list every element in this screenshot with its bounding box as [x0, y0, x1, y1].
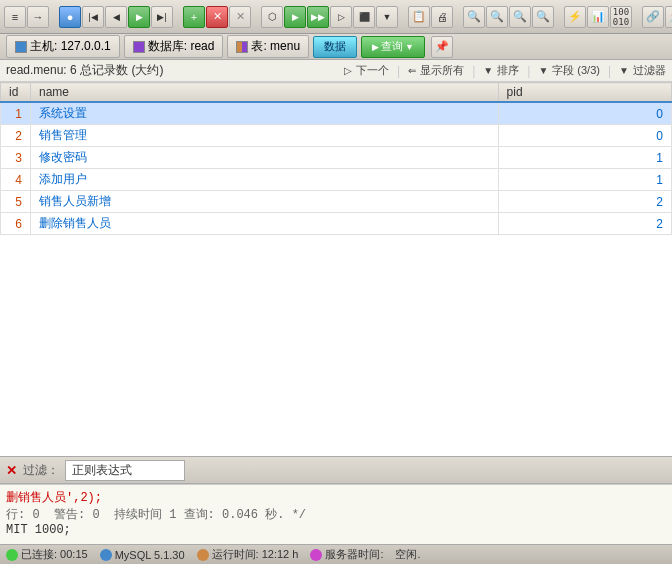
mysql-label: MySQL 5.1.30: [115, 549, 185, 561]
last-btn[interactable]: ▶|: [151, 6, 173, 28]
sql-area[interactable]: 删销售人员',2); 行: 0 警告: 0 持续时间 1 查询: 0.046 秒…: [0, 484, 672, 544]
query-caret-icon: ▼: [405, 42, 414, 52]
nav-fields-arrow: ▼: [538, 65, 548, 76]
sql-line-3: MIT 1000;: [6, 523, 666, 537]
search3-btn[interactable]: 🔍: [509, 6, 531, 28]
table-row[interactable]: 4添加用户1: [1, 169, 672, 191]
cell-id: 4: [1, 169, 31, 191]
print-btn[interactable]: 🖨: [431, 6, 453, 28]
copy-btn[interactable]: 📋: [408, 6, 430, 28]
connect-btn[interactable]: ●: [59, 6, 81, 28]
stop-btn[interactable]: ⬛: [353, 6, 375, 28]
cell-name: 销售人员新增: [31, 191, 499, 213]
nav-sort-arrow: ▼: [483, 65, 493, 76]
chart-btn[interactable]: 📊: [587, 6, 609, 28]
cell-pid: 2: [498, 191, 671, 213]
pin-btn[interactable]: 📌: [665, 6, 672, 28]
sql-line-1: 删销售人员',2);: [6, 489, 666, 506]
close-btn[interactable]: ✕: [229, 6, 251, 28]
data-table: id name pid 1系统设置02销售管理03修改密码14添加用户15销售人…: [0, 82, 672, 235]
playoutline-btn[interactable]: ▷: [330, 6, 352, 28]
cell-pid: 1: [498, 147, 671, 169]
breadcrumb-bar: 主机: 127.0.0.1 数据库: read 表: menu 数据 ▶ 查询 …: [0, 34, 672, 60]
first-btn[interactable]: |◀: [82, 6, 104, 28]
info-bar: read.menu: 6 总记录数 (大约) ▷ 下一个 | ⇐ 显示所有 | …: [0, 60, 672, 82]
cell-id: 5: [1, 191, 31, 213]
filter-value[interactable]: 正则表达式: [65, 460, 185, 481]
data-button[interactable]: 数据: [313, 36, 357, 58]
memory-label: 空闲.: [395, 547, 420, 562]
prev-btn[interactable]: ◀: [105, 6, 127, 28]
breadcrumb-host[interactable]: 主机: 127.0.0.1: [6, 35, 120, 58]
nav-showall-btn[interactable]: 显示所有: [420, 63, 464, 78]
status-bar: 已连接: 00:15 MySQL 5.1.30 运行时间: 12:12 h 服务…: [0, 544, 672, 564]
next-btn[interactable]: ▶: [128, 6, 150, 28]
table-icon: [236, 41, 248, 53]
cell-pid: 1: [498, 169, 671, 191]
host-label: 主机: 127.0.0.1: [30, 38, 111, 55]
db-label: 数据库: read: [148, 38, 215, 55]
fastplay-btn[interactable]: ▶▶: [307, 6, 329, 28]
table-row[interactable]: 5销售人员新增2: [1, 191, 672, 213]
cell-id: 1: [1, 102, 31, 125]
col-header-name[interactable]: name: [31, 83, 499, 103]
cell-name: 添加用户: [31, 169, 499, 191]
sql-line-2: 行: 0 警告: 0 持续时间 1 查询: 0.046 秒. */: [6, 506, 666, 523]
cell-pid: 0: [498, 102, 671, 125]
cell-name: 修改密码: [31, 147, 499, 169]
binary-btn[interactable]: 100010: [610, 6, 632, 28]
search4-btn[interactable]: 🔍: [532, 6, 554, 28]
cell-id: 2: [1, 125, 31, 147]
nav-sort-btn[interactable]: 排序: [497, 63, 519, 78]
runtime-label: 运行时间: 12:12 h: [212, 547, 299, 562]
lightning-btn[interactable]: ⚡: [564, 6, 586, 28]
col-header-id[interactable]: id: [1, 83, 31, 103]
content-wrapper: id name pid 1系统设置02销售管理03修改密码14添加用户15销售人…: [0, 82, 672, 564]
cell-pid: 2: [498, 213, 671, 235]
dropdown-btn[interactable]: ▼: [376, 6, 398, 28]
breadcrumb-table[interactable]: 表: menu: [227, 35, 309, 58]
filter-close-btn[interactable]: ✕: [6, 463, 17, 478]
query-play-icon: ▶: [372, 42, 379, 52]
table-area[interactable]: id name pid 1系统设置02销售管理03修改密码14添加用户15销售人…: [0, 82, 672, 456]
nav-filter-arrow: ▼: [619, 65, 629, 76]
status-mysql: MySQL 5.1.30: [100, 549, 185, 561]
data-label: 数据: [324, 39, 346, 54]
delete-btn[interactable]: ✕: [206, 6, 228, 28]
server-icon: [310, 549, 322, 561]
col-header-pid[interactable]: pid: [498, 83, 671, 103]
table-row[interactable]: 1系统设置0: [1, 102, 672, 125]
cell-id: 6: [1, 213, 31, 235]
query-button[interactable]: ▶ 查询 ▼: [361, 36, 425, 58]
search2-btn[interactable]: 🔍: [486, 6, 508, 28]
table-row[interactable]: 6删除销售人员2: [1, 213, 672, 235]
menu-btn[interactable]: ≡: [4, 6, 26, 28]
query-label: 查询: [381, 39, 403, 54]
arrow-btn[interactable]: →: [27, 6, 49, 28]
cell-pid: 0: [498, 125, 671, 147]
runtime-icon: [197, 549, 209, 561]
play-btn[interactable]: ▶: [284, 6, 306, 28]
filter-label: 过滤：: [23, 462, 59, 479]
hexagon-btn[interactable]: ⬡: [261, 6, 283, 28]
link-btn[interactable]: 🔗: [642, 6, 664, 28]
status-server: 服务器时间:: [310, 547, 383, 562]
nav-fields-btn[interactable]: 字段 (3/3): [552, 63, 600, 78]
add-btn[interactable]: +: [183, 6, 205, 28]
nav-filter-btn[interactable]: 过滤器: [633, 63, 666, 78]
extra-btn[interactable]: 📌: [431, 36, 453, 58]
search1-btn[interactable]: 🔍: [463, 6, 485, 28]
nav-next-btn[interactable]: 下一个: [356, 63, 389, 78]
db-icon: [133, 41, 145, 53]
table-row[interactable]: 3修改密码1: [1, 147, 672, 169]
cell-id: 3: [1, 147, 31, 169]
filter-bar: ✕ 过滤： 正则表达式: [0, 456, 672, 484]
cell-name: 系统设置: [31, 102, 499, 125]
mysql-icon: [100, 549, 112, 561]
nav-next-arrow: ▷: [344, 65, 352, 76]
table-row[interactable]: 2销售管理0: [1, 125, 672, 147]
server-label: 服务器时间:: [325, 547, 383, 562]
breadcrumb-db[interactable]: 数据库: read: [124, 35, 224, 58]
status-runtime: 运行时间: 12:12 h: [197, 547, 299, 562]
table-label: 表: menu: [251, 38, 300, 55]
